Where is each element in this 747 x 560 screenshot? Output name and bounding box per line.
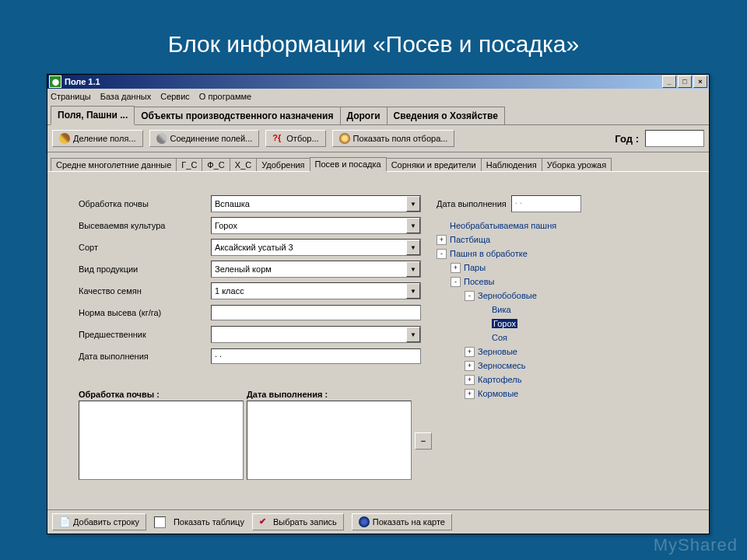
maximize-button[interactable]: □: [678, 75, 692, 88]
dropdown-arrow-icon[interactable]: ▼: [406, 196, 420, 212]
main-tabs: Поля, Пашни ...Объекты производственного…: [47, 104, 709, 125]
form-label-1: Высеваемвя культура: [79, 221, 211, 230]
list-box-2[interactable]: [247, 401, 412, 480]
tree-item-11[interactable]: +Картофель: [437, 373, 639, 387]
form-row-4: Качество семян1 класс▼: [79, 282, 421, 299]
app-window: ⬤ Поле 1.1 _ □ × Страницы База данных Се…: [47, 74, 710, 534]
form-combo-value-2: Аксайский усатый 3: [212, 243, 406, 252]
sub-tab-5[interactable]: Посев и посадка: [310, 157, 387, 172]
sub-tab-0[interactable]: Средне многолетние данные: [51, 158, 177, 171]
add-row-button[interactable]: 📄Добавить строку: [52, 513, 146, 530]
form-row-0: Обработка почвыВспашка▼: [79, 195, 421, 212]
form-combo-4[interactable]: 1 класс▼: [211, 282, 421, 299]
main-tab-3[interactable]: Сведения о Хозяйстве: [387, 107, 505, 124]
sub-tab-1[interactable]: Г_С: [176, 158, 202, 171]
date-top-row: Дата выполнения . .: [437, 195, 581, 212]
tree-item-5[interactable]: -Зернобобовые: [437, 289, 639, 303]
tree-label: Вика: [492, 305, 511, 314]
menu-service[interactable]: Сервис: [160, 92, 190, 101]
select-record-button[interactable]: ✔Выбрать запись: [252, 513, 344, 530]
expand-icon[interactable]: +: [437, 235, 447, 245]
sub-tab-3[interactable]: Х_С: [230, 158, 257, 171]
form-combo-1[interactable]: Горох▼: [211, 217, 421, 234]
close-button[interactable]: ×: [693, 75, 707, 88]
tree-item-0[interactable]: Необрабатываемая пашня: [437, 219, 639, 233]
dropdown-arrow-icon[interactable]: ▼: [406, 283, 420, 299]
collapse-icon[interactable]: -: [437, 249, 447, 259]
form-combo-0[interactable]: Вспашка▼: [211, 195, 421, 212]
sub-tab-2[interactable]: Ф_С: [202, 158, 230, 171]
tree-label: Горох: [492, 319, 517, 328]
tree-item-10[interactable]: +Зерносмесь: [437, 359, 639, 373]
minimize-button[interactable]: _: [662, 75, 676, 88]
tree-item-1[interactable]: +Пастбища: [437, 233, 639, 247]
dropdown-arrow-icon[interactable]: ▼: [406, 261, 420, 277]
tree-item-7[interactable]: Горох: [437, 317, 639, 331]
expand-icon[interactable]: +: [451, 263, 461, 273]
year-label: Год :: [615, 133, 639, 145]
main-tab-0[interactable]: Поля, Пашни ...: [51, 106, 135, 125]
dropdown-arrow-icon[interactable]: ▼: [406, 218, 420, 233]
tree-label: Зерносмесь: [478, 361, 525, 370]
menu-pages[interactable]: Страницы: [51, 92, 91, 101]
toolbar: Деление поля... Соединение полей... ?{От…: [47, 125, 709, 152]
expand-icon[interactable]: +: [465, 361, 475, 371]
show-on-map-button[interactable]: Показать на карте: [352, 513, 452, 530]
tree-label: Зерновые: [478, 347, 517, 356]
tree-item-4[interactable]: -Посевы: [437, 275, 639, 289]
collapse-icon[interactable]: -: [465, 291, 475, 301]
remove-row-button[interactable]: −: [415, 432, 432, 450]
tree-item-2[interactable]: -Пашня в обработке: [437, 247, 639, 261]
form-label-5: Норма высева (кг/га): [79, 308, 211, 317]
check-icon: ✔: [259, 516, 270, 527]
form-combo-value-1: Горох: [212, 221, 406, 230]
form-combo-3[interactable]: Зеленый корм▼: [211, 261, 421, 278]
join-icon: [156, 133, 167, 144]
main-tab-1[interactable]: Объекты производственного назначения: [134, 107, 340, 124]
menu-about[interactable]: О программе: [199, 92, 251, 101]
show-filter-button[interactable]: Показать поля отбора...: [332, 130, 455, 147]
filter-icon: ?{: [272, 133, 283, 144]
list-col-2: Дата выполнения :: [247, 390, 412, 480]
sub-tab-7[interactable]: Наблюдения: [481, 158, 542, 171]
tree-label: Картофель: [478, 375, 521, 384]
expand-icon[interactable]: +: [465, 347, 475, 357]
form-label-0: Обработка почвы: [79, 199, 211, 208]
show-table-checkbox[interactable]: [154, 516, 166, 528]
join-fields-button[interactable]: Соединение полей...: [149, 130, 260, 147]
form-label-6: Предшественник: [79, 330, 211, 339]
dropdown-arrow-icon[interactable]: ▼: [406, 327, 420, 342]
dropdown-arrow-icon[interactable]: ▼: [406, 240, 420, 255]
form-row-2: СортАксайский усатый 3▼: [79, 239, 421, 256]
tree-item-3[interactable]: +Пары: [437, 261, 639, 275]
form-input-7[interactable]: . .: [211, 348, 421, 364]
menubar: Страницы База данных Сервис О программе: [47, 89, 709, 104]
form-combo-value-3: Зеленый корм: [212, 264, 406, 274]
form-combo-2[interactable]: Аксайский усатый 3▼: [211, 239, 421, 256]
list-box-1[interactable]: [79, 401, 244, 480]
main-tab-2[interactable]: Дороги: [340, 107, 388, 124]
form-combo-6[interactable]: ▼: [211, 326, 421, 343]
form-input-5[interactable]: [211, 305, 421, 320]
sub-tab-6[interactable]: Сорняки и вредители: [386, 158, 482, 171]
show-icon: [339, 133, 350, 144]
expand-icon[interactable]: +: [465, 375, 475, 385]
sub-tab-8[interactable]: Уборка урожая: [542, 158, 612, 171]
tree-item-9[interactable]: +Зерновые: [437, 345, 639, 359]
collapse-icon[interactable]: -: [451, 277, 461, 287]
tree-item-8[interactable]: Соя: [437, 331, 639, 345]
split-field-button[interactable]: Деление поля...: [52, 130, 143, 147]
form-label-7: Дата выполнения: [79, 352, 211, 361]
filter-button[interactable]: ?{Отбор...: [265, 130, 325, 147]
tree-view[interactable]: Необрабатываемая пашня+Пастбища-Пашня в …: [437, 219, 639, 444]
tree-label: Соя: [492, 333, 507, 342]
form-row-6: Предшественник▼: [79, 326, 421, 343]
expand-icon[interactable]: +: [465, 389, 475, 399]
tree-item-12[interactable]: +Кормовые: [437, 387, 639, 401]
date-top-input[interactable]: . .: [511, 195, 581, 212]
tree-item-6[interactable]: Вика: [437, 303, 639, 317]
year-input[interactable]: [645, 130, 704, 147]
menu-database[interactable]: База данных: [100, 92, 152, 101]
sub-tab-4[interactable]: Удобрения: [256, 158, 310, 171]
form-row-3: Вид продукцииЗеленый корм▼: [79, 261, 421, 278]
